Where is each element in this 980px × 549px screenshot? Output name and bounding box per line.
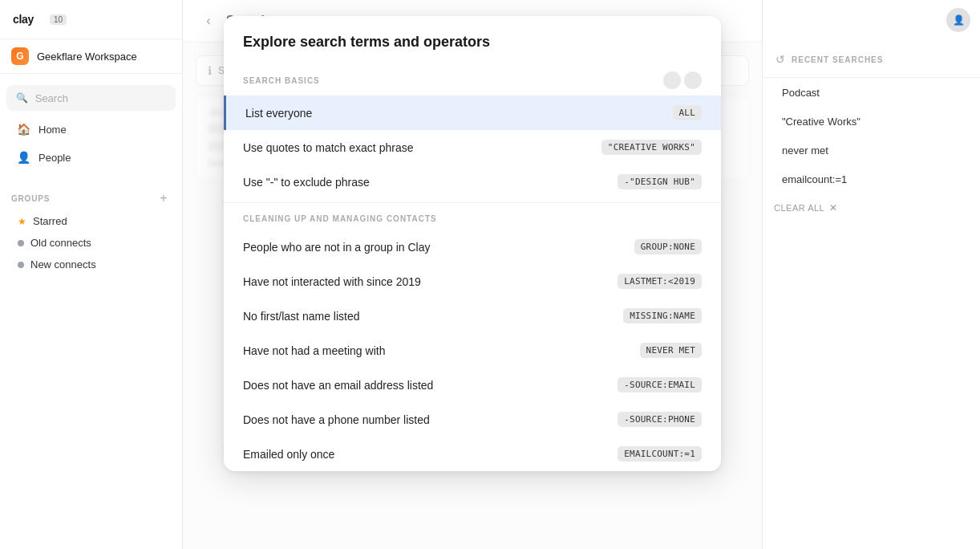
modal-row-exclude[interactable]: Use "-" to exclude phrase -"DESIGN HUB" (224, 165, 721, 199)
group-item-starred[interactable]: ★ Starred (11, 210, 171, 232)
sidebar-badge: 10 (50, 14, 67, 25)
search-input[interactable] (35, 92, 166, 104)
row-badge-missing-name: MISSING:NAME (623, 308, 702, 323)
row-text-lastmet: Have not interacted with since 2019 (243, 275, 421, 288)
recent-item-emailcount[interactable]: emailcount:=1 (769, 165, 974, 193)
row-badge-no-phone: -SOURCE:PHONE (618, 412, 702, 427)
right-panel: 👤 ↺ RECENT SEARCHES Podcast "Creative Wo… (762, 0, 980, 549)
sidebar-item-people[interactable]: 👤 People (5, 144, 177, 171)
recent-icon: ↺ (775, 53, 785, 66)
modal-header: Explore search terms and operators (224, 16, 721, 63)
modal-row-missing-name[interactable]: No first/last name listed MISSING:NAME (224, 299, 721, 333)
recent-items-list: Podcast "Creative Works" never met email… (763, 78, 980, 194)
section-header-cleaning: CLEANING UP AND MANAGING CONTACTS (224, 206, 721, 230)
row-text-missing-name: No first/last name listed (243, 310, 360, 323)
workspace-name: Geekflare Workspace (37, 51, 137, 63)
sidebar-nav: 🔍 🏠 Home 👤 People (0, 74, 182, 178)
search-icon: 🔍 (16, 91, 29, 105)
row-text-email-once: Emailed only once (243, 448, 334, 461)
row-text-never-met: Have not had a meeting with (243, 344, 385, 357)
row-badge-never-met: NEVER MET (640, 343, 702, 358)
star-icon: ★ (18, 216, 26, 227)
recent-item-never-met[interactable]: never met (769, 136, 974, 165)
add-group-button[interactable]: + (156, 191, 171, 205)
groups-section: GROUPS + ★ Starred Old connects New conn… (0, 178, 182, 282)
section-header-basics: SEARCH BASICS (224, 63, 721, 96)
sidebar-item-people-label: People (38, 152, 71, 164)
row-badge-quotes: "CREATIVE WORKS" (601, 140, 702, 155)
row-text-no-group: People who are not in a group in Clay (243, 241, 430, 254)
sidebar-header: clay 10 (0, 0, 182, 39)
search-input-container[interactable]: 🔍 (6, 85, 176, 111)
modal-row-quotes[interactable]: Use quotes to match exact phrase "CREATI… (224, 130, 721, 165)
right-panel-header: ↺ RECENT SEARCHES (763, 40, 980, 78)
main-area: ‹ Search ℹ SEARCH TIPS -SO... Does... ad… (183, 0, 762, 549)
row-badge-lastmet: LASTMET:<2019 (618, 274, 702, 289)
modal-row-no-email[interactable]: Does not have an email address listed -S… (224, 368, 721, 402)
group-dot-new (18, 262, 24, 268)
clay-logo: clay (13, 11, 42, 27)
row-text-list-everyone: List everyone (245, 107, 312, 120)
search-tips-modal: Explore search terms and operators SEARC… (224, 16, 721, 471)
groups-header: GROUPS + (11, 191, 171, 205)
row-badge-no-email: -SOURCE:EMAIL (618, 377, 702, 392)
modal-row-no-group[interactable]: People who are not in a group in Clay GR… (224, 230, 721, 264)
dot-2 (684, 71, 702, 89)
recent-searches-label: RECENT SEARCHES (792, 55, 883, 64)
row-badge-exclude: -"DESIGN HUB" (618, 174, 702, 189)
group-old-connects-label: Old connects (30, 237, 91, 249)
row-text-quotes: Use quotes to match exact phrase (243, 141, 413, 154)
modal-row-never-met[interactable]: Have not had a meeting with NEVER MET (224, 333, 721, 368)
modal-row-email-once[interactable]: Emailed only once EMAILCOUNT:=1 (224, 437, 721, 471)
recent-searches-title-group: ↺ RECENT SEARCHES (775, 53, 883, 66)
clear-icon: ✕ (829, 202, 837, 214)
row-text-exclude: Use "-" to exclude phrase (243, 176, 370, 189)
people-icon: 👤 (16, 150, 30, 165)
row-text-no-email: Does not have an email address listed (243, 379, 433, 392)
section-divider (224, 202, 721, 203)
clear-all-button[interactable]: CLEAR ALL (774, 203, 824, 213)
dot-1 (663, 71, 681, 89)
row-badge-email-once: EMAILCOUNT:=1 (618, 446, 702, 462)
sidebar: clay 10 G Geekflare Workspace 🔍 🏠 Home 👤… (0, 0, 183, 549)
row-badge-no-group: GROUP:NONE (634, 239, 702, 254)
sidebar-item-home-label: Home (38, 124, 67, 136)
workspace-icon: G (11, 47, 29, 65)
recent-item-creative-works[interactable]: "Creative Works" (769, 108, 974, 136)
group-item-old-connects[interactable]: Old connects (11, 232, 171, 254)
section-dots (663, 71, 702, 89)
workspace-item[interactable]: G Geekflare Workspace (0, 39, 182, 74)
recent-item-podcast[interactable]: Podcast (769, 79, 974, 107)
modal-row-list-everyone[interactable]: List everyone ALL (224, 96, 721, 130)
home-icon: 🏠 (16, 122, 30, 136)
modal-row-no-phone[interactable]: Does not have a phone number listed -SOU… (224, 402, 721, 437)
row-text-no-phone: Does not have a phone number listed (243, 413, 430, 426)
group-dot-old (18, 240, 24, 246)
logo-text: clay (13, 13, 34, 26)
modal-overlay: Explore search terms and operators SEARC… (183, 0, 762, 549)
groups-label: GROUPS (11, 194, 50, 203)
sidebar-item-home[interactable]: 🏠 Home (5, 116, 177, 143)
section-basics-label: SEARCH BASICS (243, 76, 320, 85)
modal-title: Explore search terms and operators (243, 34, 490, 50)
avatar: 👤 (946, 8, 970, 32)
row-badge-list-everyone: ALL (673, 105, 702, 120)
modal-row-lastmet[interactable]: Have not interacted with since 2019 LAST… (224, 264, 721, 299)
clear-all-section: CLEAR ALL ✕ (763, 194, 980, 222)
group-item-new-connects[interactable]: New connects (11, 254, 171, 275)
group-starred-label: Starred (33, 215, 67, 227)
section-cleaning-label: CLEANING UP AND MANAGING CONTACTS (243, 214, 437, 223)
group-new-connects-label: New connects (30, 258, 96, 270)
